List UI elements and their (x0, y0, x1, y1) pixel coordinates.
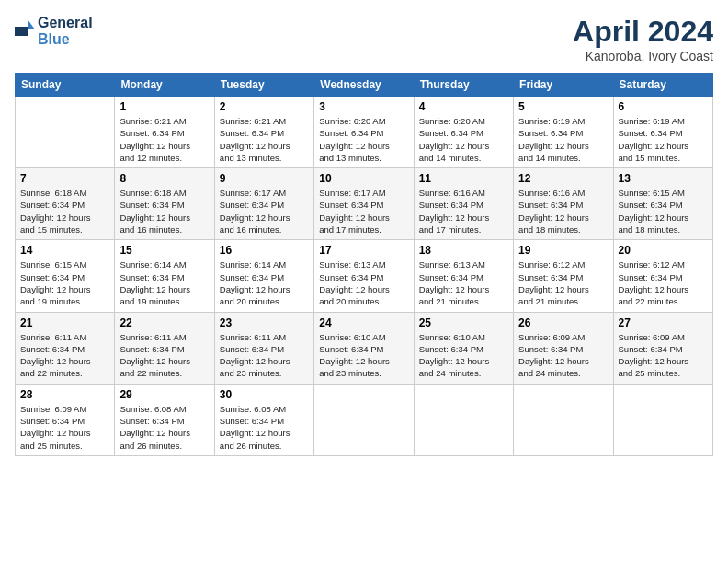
day-cell: 8Sunrise: 6:18 AM Sunset: 6:34 PM Daylig… (115, 168, 214, 240)
day-info: Sunrise: 6:13 AM Sunset: 6:34 PM Dayligh… (319, 259, 408, 307)
day-number: 16 (220, 244, 309, 257)
day-number: 13 (619, 172, 708, 185)
day-number: 2 (220, 100, 309, 113)
day-info: Sunrise: 6:19 AM Sunset: 6:34 PM Dayligh… (518, 115, 608, 164)
day-number: 27 (619, 316, 708, 329)
day-cell (314, 384, 414, 455)
day-number: 10 (319, 172, 408, 185)
day-cell: 13Sunrise: 6:15 AM Sunset: 6:34 PM Dayli… (613, 168, 712, 240)
day-info: Sunrise: 6:11 AM Sunset: 6:34 PM Dayligh… (20, 331, 109, 380)
day-info: Sunrise: 6:12 AM Sunset: 6:34 PM Dayligh… (619, 259, 708, 307)
day-cell: 3Sunrise: 6:20 AM Sunset: 6:34 PM Daylig… (314, 97, 414, 168)
week-row-4: 21Sunrise: 6:11 AM Sunset: 6:34 PM Dayli… (16, 312, 713, 384)
day-number: 29 (119, 388, 209, 401)
week-row-5: 28Sunrise: 6:09 AM Sunset: 6:34 PM Dayli… (16, 384, 713, 455)
day-number: 25 (419, 316, 508, 329)
logo-general: General (38, 15, 93, 30)
day-cell: 7Sunrise: 6:18 AM Sunset: 6:34 PM Daylig… (16, 168, 115, 240)
day-number: 4 (419, 100, 508, 113)
day-info: Sunrise: 6:08 AM Sunset: 6:34 PM Dayligh… (119, 403, 209, 452)
day-info: Sunrise: 6:10 AM Sunset: 6:34 PM Dayligh… (319, 331, 408, 380)
col-header-thursday: Thursday (414, 74, 513, 97)
day-cell: 18Sunrise: 6:13 AM Sunset: 6:34 PM Dayli… (414, 240, 513, 312)
day-number: 7 (20, 172, 109, 185)
day-cell: 14Sunrise: 6:15 AM Sunset: 6:34 PM Dayli… (16, 240, 115, 312)
col-header-monday: Monday (115, 74, 214, 97)
title-block: April 2024 Kanoroba, Ivory Coast (573, 15, 713, 63)
calendar-table: SundayMondayTuesdayWednesdayThursdayFrid… (15, 73, 713, 456)
main-title: April 2024 (573, 15, 713, 49)
day-number: 26 (518, 316, 608, 329)
subtitle: Kanoroba, Ivory Coast (573, 49, 713, 63)
day-cell: 12Sunrise: 6:16 AM Sunset: 6:34 PM Dayli… (514, 168, 613, 240)
day-number: 18 (419, 244, 508, 257)
day-cell: 19Sunrise: 6:12 AM Sunset: 6:34 PM Dayli… (514, 240, 613, 312)
day-number: 12 (518, 172, 608, 185)
day-number: 15 (119, 244, 209, 257)
day-cell: 2Sunrise: 6:21 AM Sunset: 6:34 PM Daylig… (214, 97, 313, 168)
day-number: 8 (119, 172, 209, 185)
day-info: Sunrise: 6:18 AM Sunset: 6:34 PM Dayligh… (119, 187, 209, 236)
day-number: 22 (119, 316, 209, 329)
day-number: 23 (220, 316, 309, 329)
day-number: 17 (319, 244, 408, 257)
day-cell: 26Sunrise: 6:09 AM Sunset: 6:34 PM Dayli… (514, 312, 613, 384)
day-cell (514, 384, 613, 455)
svg-rect-0 (15, 27, 28, 36)
day-cell: 30Sunrise: 6:08 AM Sunset: 6:34 PM Dayli… (214, 384, 313, 455)
day-cell: 6Sunrise: 6:19 AM Sunset: 6:34 PM Daylig… (613, 97, 712, 168)
col-header-saturday: Saturday (613, 74, 712, 97)
day-number: 11 (419, 172, 508, 185)
day-info: Sunrise: 6:16 AM Sunset: 6:34 PM Dayligh… (419, 187, 508, 236)
day-cell: 24Sunrise: 6:10 AM Sunset: 6:34 PM Dayli… (314, 312, 414, 384)
day-number: 9 (220, 172, 309, 185)
day-info: Sunrise: 6:21 AM Sunset: 6:34 PM Dayligh… (119, 115, 209, 164)
day-cell: 16Sunrise: 6:14 AM Sunset: 6:34 PM Dayli… (214, 240, 313, 312)
day-info: Sunrise: 6:16 AM Sunset: 6:34 PM Dayligh… (518, 187, 608, 236)
day-number: 20 (619, 244, 708, 257)
day-info: Sunrise: 6:08 AM Sunset: 6:34 PM Dayligh… (220, 403, 309, 452)
day-number: 24 (319, 316, 408, 329)
day-cell: 27Sunrise: 6:09 AM Sunset: 6:34 PM Dayli… (613, 312, 712, 384)
day-cell: 17Sunrise: 6:13 AM Sunset: 6:34 PM Dayli… (314, 240, 414, 312)
day-cell: 22Sunrise: 6:11 AM Sunset: 6:34 PM Dayli… (115, 312, 214, 384)
week-row-1: 1Sunrise: 6:21 AM Sunset: 6:34 PM Daylig… (16, 97, 713, 168)
day-cell: 9Sunrise: 6:17 AM Sunset: 6:34 PM Daylig… (214, 168, 313, 240)
day-number: 1 (119, 100, 209, 113)
header: General Blue April 2024 Kanoroba, Ivory … (15, 15, 713, 63)
day-info: Sunrise: 6:17 AM Sunset: 6:34 PM Dayligh… (220, 187, 309, 236)
page: General Blue April 2024 Kanoroba, Ivory … (0, 0, 728, 563)
svg-marker-1 (28, 19, 35, 29)
day-number: 21 (20, 316, 109, 329)
day-cell: 1Sunrise: 6:21 AM Sunset: 6:34 PM Daylig… (115, 97, 214, 168)
col-header-tuesday: Tuesday (214, 74, 313, 97)
col-header-friday: Friday (514, 74, 613, 97)
day-cell: 4Sunrise: 6:20 AM Sunset: 6:34 PM Daylig… (414, 97, 513, 168)
day-number: 14 (20, 244, 109, 257)
day-number: 5 (518, 100, 608, 113)
day-number: 3 (319, 100, 408, 113)
day-cell: 20Sunrise: 6:12 AM Sunset: 6:34 PM Dayli… (613, 240, 712, 312)
logo-icon (15, 19, 35, 43)
day-info: Sunrise: 6:15 AM Sunset: 6:34 PM Dayligh… (619, 187, 708, 236)
col-header-sunday: Sunday (16, 74, 115, 97)
day-cell: 28Sunrise: 6:09 AM Sunset: 6:34 PM Dayli… (16, 384, 115, 455)
day-info: Sunrise: 6:17 AM Sunset: 6:34 PM Dayligh… (319, 187, 408, 236)
day-info: Sunrise: 6:11 AM Sunset: 6:34 PM Dayligh… (119, 331, 209, 380)
day-number: 19 (518, 244, 608, 257)
day-info: Sunrise: 6:10 AM Sunset: 6:34 PM Dayligh… (419, 331, 508, 380)
day-cell: 11Sunrise: 6:16 AM Sunset: 6:34 PM Dayli… (414, 168, 513, 240)
day-info: Sunrise: 6:21 AM Sunset: 6:34 PM Dayligh… (220, 115, 309, 164)
week-row-2: 7Sunrise: 6:18 AM Sunset: 6:34 PM Daylig… (16, 168, 713, 240)
day-cell: 25Sunrise: 6:10 AM Sunset: 6:34 PM Dayli… (414, 312, 513, 384)
day-info: Sunrise: 6:20 AM Sunset: 6:34 PM Dayligh… (319, 115, 408, 164)
day-info: Sunrise: 6:19 AM Sunset: 6:34 PM Dayligh… (619, 115, 708, 164)
day-cell: 21Sunrise: 6:11 AM Sunset: 6:34 PM Dayli… (16, 312, 115, 384)
day-number: 28 (20, 388, 109, 401)
col-header-wednesday: Wednesday (314, 74, 414, 97)
day-info: Sunrise: 6:20 AM Sunset: 6:34 PM Dayligh… (419, 115, 508, 164)
day-info: Sunrise: 6:12 AM Sunset: 6:34 PM Dayligh… (518, 259, 608, 307)
day-info: Sunrise: 6:09 AM Sunset: 6:34 PM Dayligh… (518, 331, 608, 380)
day-info: Sunrise: 6:09 AM Sunset: 6:34 PM Dayligh… (619, 331, 708, 380)
day-cell: 23Sunrise: 6:11 AM Sunset: 6:34 PM Dayli… (214, 312, 313, 384)
